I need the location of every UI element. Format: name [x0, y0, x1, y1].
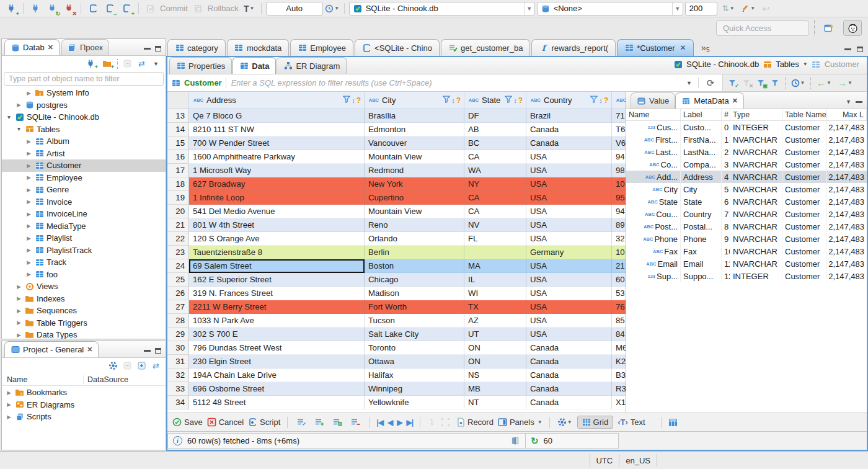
meta-cell[interactable]: Country — [681, 208, 722, 220]
view-menu-icon[interactable]: ▼ — [846, 99, 851, 105]
expander-closed-icon[interactable]: ▶ — [25, 271, 32, 277]
timezone-indicator[interactable]: UTC — [596, 456, 613, 465]
meta-cell[interactable]: 2,147,483 — [827, 146, 867, 158]
expander-closed-icon[interactable]: ▶ — [16, 319, 22, 326]
meta-row-country[interactable]: ABCCou...Country7NVARCHARCustomer2,147,4… — [626, 208, 867, 220]
transaction-mode-combo[interactable]: Auto — [266, 2, 323, 16]
data-cell[interactable]: 76 — [612, 300, 626, 314]
meta-name-cell[interactable]: ABCAdd... — [626, 171, 681, 183]
locale-indicator[interactable]: en_US — [626, 456, 650, 465]
refresh-icon[interactable]: ⟳ — [702, 78, 719, 87]
tree-item-genre[interactable]: ▶Genre — [2, 184, 166, 196]
data-cell[interactable]: Madison — [365, 287, 464, 300]
expander-closed-icon[interactable]: ▶ — [25, 235, 32, 241]
grid-view-button[interactable]: Grid — [577, 416, 614, 429]
meta-cell[interactable]: Compa... — [681, 158, 722, 171]
data-cell[interactable]: Tucson — [365, 314, 464, 328]
row-number-cell[interactable]: 15 — [167, 136, 189, 150]
expander-closed-icon[interactable]: ▶ — [16, 308, 22, 314]
meta-cell[interactable]: NVARCHAR — [730, 158, 782, 171]
filter-funnel-icon[interactable] — [590, 96, 598, 105]
tree-item-indexes[interactable]: ▶Indexes — [2, 293, 166, 305]
data-cell[interactable]: T6 — [612, 123, 626, 136]
data-cell[interactable]: MB — [464, 382, 526, 396]
meta-cell[interactable]: State — [681, 195, 722, 208]
database-selector[interactable]: SQLite - Chinook.db ▼ — [349, 2, 535, 16]
meta-cell[interactable]: 2,147,483 — [827, 245, 867, 257]
meta-row-city[interactable]: ABCCityCity5NVARCHARCustomer2,147,483 — [626, 183, 867, 195]
row-number-cell[interactable]: 28 — [167, 314, 189, 328]
next-row-icon[interactable]: ▶ — [397, 418, 402, 427]
sql-editor-icon[interactable] — [86, 2, 100, 16]
data-cell[interactable]: WI — [464, 287, 526, 300]
maximize-icon[interactable] — [155, 46, 161, 51]
data-cell[interactable]: 696 Osborne Street — [189, 382, 365, 396]
data-cell[interactable]: 1 Infinite Loop — [189, 191, 365, 205]
meta-row-custo---[interactable]: 123Cus...Custo...0INTEGERCustomer2,147,4… — [626, 121, 867, 133]
save-button[interactable]: Save — [172, 418, 203, 427]
meta-row-email[interactable]: ABCEmailEmail11NVARCHARCustomer2,147,483 — [626, 257, 867, 270]
meta-cell[interactable]: Phone — [681, 233, 722, 245]
tree-item-artist[interactable]: ▶Artist — [2, 148, 166, 160]
data-cell[interactable]: USA — [526, 164, 612, 177]
row-number-cell[interactable]: 14 — [167, 123, 189, 136]
meta-name-cell[interactable]: 123Sup... — [626, 270, 681, 282]
commit-icon[interactable] — [143, 2, 158, 16]
tab-projects[interactable]: Проек — [61, 39, 109, 55]
filter-funnel-icon[interactable] — [343, 96, 350, 105]
data-cell[interactable]: CA — [464, 205, 526, 218]
expander-closed-icon[interactable]: ▶ — [6, 390, 12, 396]
column-name[interactable]: Name — [2, 375, 84, 384]
table-row[interactable]: 345112 48 StreetYellowknifeNTCanadaX1 — [167, 396, 626, 409]
meta-cell[interactable]: 2,147,483 — [827, 158, 867, 171]
commit-label[interactable]: Commit — [160, 4, 188, 13]
meta-cell[interactable]: 6 — [722, 195, 730, 208]
data-cell[interactable]: Vancouver — [365, 136, 464, 150]
data-cell[interactable]: New York — [365, 177, 464, 191]
table-row[interactable]: 13Qe 7 Bloco GBrasíliaDFBrazil71 — [167, 109, 626, 123]
meta-cell[interactable]: Fax — [681, 245, 722, 257]
breadcrumb-database[interactable]: SQLite - Chinook.db — [686, 60, 759, 69]
row-number-cell[interactable]: 30 — [167, 341, 189, 355]
meta-row-state[interactable]: ABCStateState6NVARCHARCustomer2,147,483 — [626, 195, 867, 208]
data-cell[interactable]: Brasília — [365, 109, 464, 123]
data-cell[interactable]: 5112 48 Street — [189, 396, 365, 409]
meta-row-address[interactable]: ABCAdd...Address4NVARCHARCustomer2,147,4… — [626, 171, 867, 183]
table-row[interactable]: 15700 W Pender StreetVancouverBCCanadaV6 — [167, 136, 626, 150]
chevron-down-icon[interactable]: ▼ — [803, 61, 808, 67]
data-cell[interactable]: USA — [526, 218, 612, 232]
duplicate-row-icon[interactable] — [330, 418, 344, 427]
minimize-icon[interactable] — [144, 350, 151, 352]
tree-item-sqlite---chinook-db[interactable]: ▼SQLite - Chinook.db — [2, 111, 166, 123]
data-cell[interactable]: 319 N. Frances Street — [189, 287, 365, 300]
editor-tab-category[interactable]: category — [167, 39, 226, 56]
meta-cell[interactable]: Email — [681, 257, 722, 270]
close-tab-icon[interactable]: ✕ — [732, 97, 738, 105]
data-cell[interactable]: 2211 W Berry Street — [189, 300, 365, 314]
data-cell[interactable]: USA — [526, 177, 612, 191]
meta-cell[interactable]: Customer — [782, 195, 827, 208]
tab-er-diagram[interactable]: ER Diagram — [277, 57, 347, 74]
tree-item-mediatype[interactable]: ▶MediaType — [2, 220, 166, 233]
tree-item-invoice[interactable]: ▶Invoice — [2, 196, 166, 208]
data-cell[interactable]: AB — [464, 123, 526, 136]
maximize-icon[interactable] — [155, 348, 161, 354]
new-folder-icon[interactable]: + — [101, 59, 112, 68]
data-cell[interactable]: USA — [526, 287, 612, 300]
meta-name-cell[interactable]: ABCCity — [626, 183, 681, 195]
breadcrumb-table[interactable]: Customer — [825, 60, 859, 69]
meta-name-cell[interactable]: ABCCou... — [626, 208, 681, 220]
data-cell[interactable]: CA — [464, 191, 526, 205]
data-cell[interactable]: USA — [526, 300, 612, 314]
close-tab-icon[interactable]: ✕ — [48, 43, 53, 51]
row-number-cell[interactable]: 26 — [167, 287, 189, 300]
data-cell[interactable]: 85 — [612, 314, 626, 328]
data-cell[interactable]: 32 — [612, 232, 626, 246]
meta-cell[interactable]: NVARCHAR — [730, 133, 782, 146]
data-cell[interactable] — [464, 246, 526, 259]
meta-cell[interactable]: NVARCHAR — [730, 171, 782, 183]
table-row[interactable]: 22120 S Orange AveOrlandoFLUSA32 — [167, 232, 626, 246]
meta-cell[interactable]: Customer — [782, 270, 827, 282]
tab-value[interactable]: Value — [631, 92, 675, 109]
data-cell[interactable]: 98 — [612, 164, 626, 177]
